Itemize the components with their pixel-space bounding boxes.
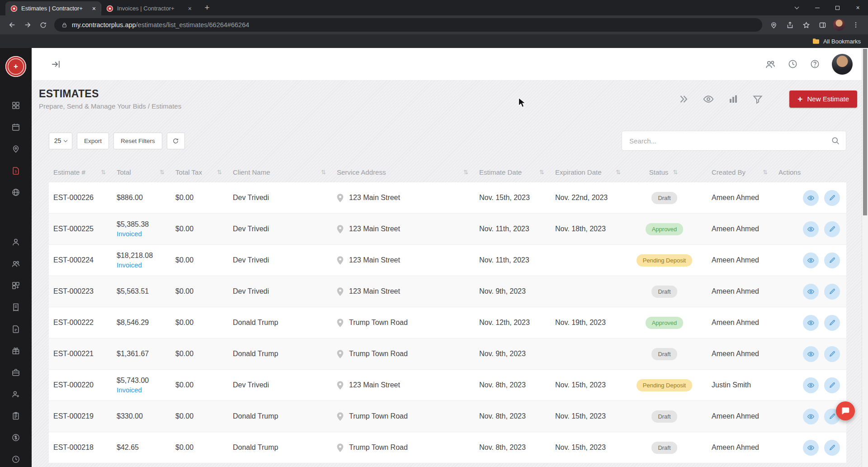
sidebar-item-supplies[interactable]: [0, 340, 32, 362]
window-maximize-button[interactable]: [827, 0, 848, 15]
column-header-expdate[interactable]: Expiration Date⇅: [551, 168, 627, 176]
browser-profile-avatar[interactable]: [833, 19, 845, 31]
export-button[interactable]: Export: [77, 133, 109, 149]
view-estimate-button[interactable]: [803, 409, 819, 424]
invoiced-link[interactable]: Invoiced: [117, 261, 142, 269]
window-minimize-button[interactable]: [807, 0, 827, 15]
sidebar-item-jobs[interactable]: [0, 138, 32, 160]
sort-icon[interactable]: ⇅: [763, 169, 768, 176]
forward-icon[interactable]: [20, 17, 35, 33]
edit-estimate-button[interactable]: [824, 253, 840, 268]
chat-support-button[interactable]: [836, 401, 855, 420]
team-members-icon[interactable]: [765, 59, 776, 70]
view-estimate-button[interactable]: [803, 377, 819, 393]
table-row[interactable]: EST-000221 $1,361.67 $0.00 Donald Trump …: [49, 338, 846, 370]
page-size-select[interactable]: 25: [49, 133, 72, 149]
search-input[interactable]: [622, 131, 846, 151]
window-close-button[interactable]: ×: [848, 0, 868, 15]
back-icon[interactable]: [5, 17, 20, 33]
sort-icon[interactable]: ⇅: [616, 169, 621, 176]
sidebar-item-leads[interactable]: [0, 383, 32, 405]
sidebar-item-clients[interactable]: [0, 231, 32, 253]
column-header-client[interactable]: Client Name⇅: [228, 168, 332, 176]
sidebar-item-expenses[interactable]: [0, 427, 32, 448]
column-header-est[interactable]: Estimate #⇅: [49, 168, 112, 176]
view-estimate-button[interactable]: [803, 346, 819, 362]
page-scrollbar[interactable]: [862, 48, 868, 467]
table-row[interactable]: EST-000225 $5,385.38 Invoiced $0.00 Dev …: [49, 214, 846, 245]
sort-icon[interactable]: ⇅: [539, 169, 544, 176]
column-header-total[interactable]: Total⇅: [112, 168, 171, 176]
table-row[interactable]: EST-000224 $18,218.08 Invoiced $0.00 Dev…: [49, 245, 846, 276]
column-header-status[interactable]: Status⇅: [627, 168, 702, 176]
address-bar[interactable]: my.contractorplus.app/estimates/list_est…: [54, 18, 762, 32]
sidebar-item-schedule[interactable]: [0, 116, 32, 138]
sort-icon[interactable]: ⇅: [321, 169, 326, 176]
tab-estimates[interactable]: Estimates | Contractor+ ×: [5, 1, 101, 15]
new-tab-button[interactable]: +: [201, 1, 213, 14]
sort-icon[interactable]: ⇅: [673, 169, 678, 176]
tab-invoices[interactable]: Invoices | Contractor+ ×: [101, 1, 197, 15]
new-estimate-button[interactable]: + New Estimate: [789, 91, 857, 108]
all-bookmarks-label[interactable]: All Bookmarks: [823, 38, 861, 45]
table-row[interactable]: EST-000219 $330.00 $0.00 Donald Trump Tr…: [49, 401, 846, 432]
sidebar-item-team[interactable]: [0, 253, 32, 275]
table-row[interactable]: EST-000222 $8,546.29 $0.00 Donald Trump …: [49, 307, 846, 338]
collapse-columns-icon[interactable]: [678, 94, 689, 105]
side-panel-icon[interactable]: [815, 17, 830, 33]
sidebar-item-estimates[interactable]: $: [0, 160, 32, 181]
edit-estimate-button[interactable]: [824, 315, 840, 331]
reset-filters-button[interactable]: Reset Filters: [113, 133, 162, 149]
browser-menu-kebab-icon[interactable]: [848, 17, 863, 33]
column-header-tax[interactable]: Total Tax⇅: [171, 168, 228, 176]
sort-icon[interactable]: ⇅: [101, 169, 106, 176]
table-row[interactable]: EST-000226 $886.00 $0.00 Dev Trivedi 123…: [49, 182, 846, 214]
sort-icon[interactable]: ⇅: [217, 169, 222, 176]
view-estimate-button[interactable]: [803, 221, 819, 237]
view-estimate-button[interactable]: [803, 440, 819, 456]
sidebar-item-invoices[interactable]: [0, 296, 32, 318]
sidebar-expand-icon[interactable]: [51, 59, 61, 69]
column-header-created[interactable]: Created By⇅: [702, 168, 774, 176]
bookmark-star-icon[interactable]: [798, 17, 814, 33]
invoiced-link[interactable]: Invoiced: [117, 386, 142, 394]
view-estimate-button[interactable]: [803, 284, 819, 300]
view-estimate-button[interactable]: [803, 315, 819, 331]
sidebar-item-items[interactable]: [0, 275, 32, 296]
table-row[interactable]: EST-000223 $5,563.51 $0.00 Dev Trivedi 1…: [49, 276, 846, 307]
refresh-button[interactable]: [167, 133, 185, 149]
edit-estimate-button[interactable]: [824, 284, 840, 300]
sidebar-item-tasks[interactable]: [0, 405, 32, 427]
column-header-address[interactable]: Service Address⇅: [332, 168, 475, 176]
sidebar-item-timeclock[interactable]: [0, 448, 32, 467]
sidebar-item-dashboard[interactable]: [0, 95, 32, 116]
scrollbar-thumb[interactable]: [863, 49, 867, 215]
sort-icon[interactable]: ⇅: [463, 169, 468, 176]
sidebar-item-tools[interactable]: [0, 362, 32, 383]
view-estimate-button[interactable]: [803, 190, 819, 206]
contractorplus-logo[interactable]: +: [5, 56, 26, 77]
tab-search-chevron-icon[interactable]: [787, 0, 807, 15]
help-icon[interactable]: [810, 59, 820, 69]
view-estimate-button[interactable]: [803, 253, 819, 268]
reload-icon[interactable]: [35, 17, 51, 33]
filter-funnel-icon[interactable]: [752, 94, 763, 105]
column-header-estdate[interactable]: Estimate Date⇅: [475, 168, 551, 176]
tab-close-icon[interactable]: ×: [187, 5, 193, 13]
sort-icon[interactable]: ⇅: [160, 169, 165, 176]
location-permission-icon[interactable]: [766, 17, 781, 33]
edit-estimate-button[interactable]: [824, 190, 840, 206]
column-visibility-eye-icon[interactable]: [703, 93, 714, 105]
search-icon[interactable]: [831, 136, 840, 145]
history-clock-icon[interactable]: [788, 59, 798, 69]
user-avatar[interactable]: [832, 54, 853, 75]
edit-estimate-button[interactable]: [824, 346, 840, 362]
edit-estimate-button[interactable]: [824, 377, 840, 393]
chart-icon[interactable]: [728, 94, 739, 105]
table-row[interactable]: EST-000220 $5,743.00 Invoiced $0.00 Dev …: [49, 370, 846, 401]
edit-estimate-button[interactable]: [824, 440, 840, 456]
tab-close-icon[interactable]: ×: [91, 5, 97, 13]
share-icon[interactable]: [782, 17, 797, 33]
edit-estimate-button[interactable]: [824, 221, 840, 237]
table-row[interactable]: EST-000218 $42.65 $0.00 Donald Trump Tru…: [49, 432, 846, 463]
